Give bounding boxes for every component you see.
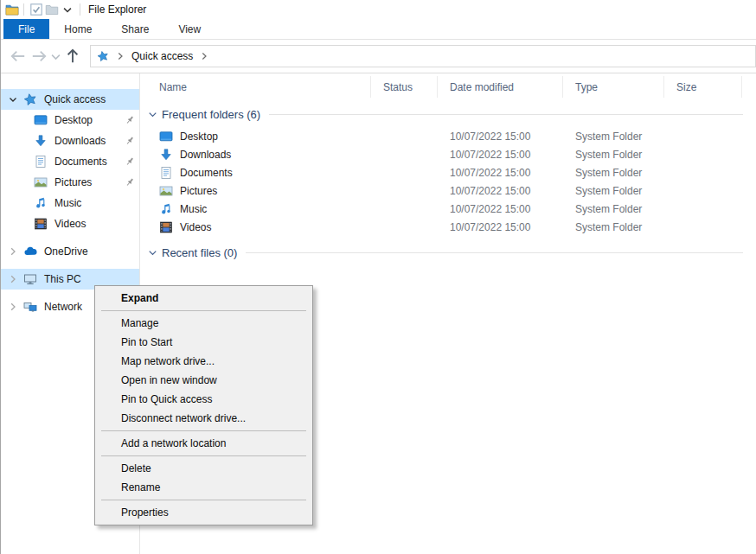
- ribbon-tab-bar: File Home Share View: [1, 19, 756, 40]
- breadcrumb-segment[interactable]: Quick access: [131, 50, 193, 62]
- menu-item-expand[interactable]: Expand: [95, 289, 312, 308]
- sidebar-item-label: Desktop: [54, 114, 93, 126]
- customize-toolbar-chevron-icon[interactable]: [60, 2, 75, 17]
- menu-item-properties[interactable]: Properties: [95, 503, 312, 522]
- menu-separator: [101, 430, 306, 431]
- chevron-right-icon[interactable]: [6, 245, 20, 258]
- file-name: Pictures: [180, 185, 217, 197]
- quick-access-star-icon: [23, 92, 37, 106]
- group-header-recent-files-0[interactable]: Recent files (0): [140, 243, 756, 262]
- sidebar-item-label: This PC: [44, 273, 81, 285]
- file-date-modified: 10/07/2022 15:00: [438, 167, 563, 179]
- videos-icon: [34, 217, 48, 231]
- column-header-status[interactable]: Status: [371, 76, 438, 98]
- downloads-icon: [159, 148, 173, 162]
- file-row-pictures[interactable]: Pictures10/07/2022 15:00System Folder: [140, 181, 756, 200]
- sidebar-item-label: Pictures: [54, 176, 92, 188]
- menu-separator: [101, 310, 306, 311]
- file-type: System Folder: [563, 185, 664, 197]
- sidebar-item-downloads[interactable]: Downloads: [1, 131, 139, 151]
- column-header-label: Type: [575, 81, 598, 93]
- menu-item-delete[interactable]: Delete: [95, 459, 312, 478]
- file-date-modified: 10/07/2022 15:00: [438, 221, 563, 233]
- this-pc-icon: [23, 272, 37, 286]
- column-header-label: Date modified: [450, 81, 514, 93]
- onedrive-icon: [23, 245, 37, 258]
- network-icon: [23, 300, 37, 314]
- properties-check-icon[interactable]: [29, 2, 44, 17]
- group-header-rule: [269, 114, 743, 115]
- sidebar-item-videos[interactable]: Videos: [1, 213, 139, 234]
- window-title: File Explorer: [88, 3, 146, 16]
- documents-icon: [159, 166, 173, 180]
- breadcrumb-chevron-icon[interactable]: [115, 51, 125, 61]
- tab-share[interactable]: Share: [106, 19, 163, 39]
- title-bar: File Explorer: [1, 0, 756, 19]
- tab-home[interactable]: Home: [49, 19, 106, 39]
- sidebar-item-label: Documents: [54, 156, 107, 168]
- column-header-date-modified[interactable]: Date modified: [438, 76, 563, 98]
- pin-icon: [125, 115, 135, 125]
- recent-locations-chevron-icon[interactable]: [49, 46, 62, 67]
- file-row-music[interactable]: Music10/07/2022 15:00System Folder: [140, 200, 756, 218]
- sidebar-item-label: Downloads: [54, 135, 106, 147]
- chevron-right-icon[interactable]: [6, 300, 20, 314]
- sidebar-item-pictures[interactable]: Pictures: [1, 172, 139, 193]
- column-header-type[interactable]: Type: [563, 76, 664, 98]
- file-date-modified: 10/07/2022 15:00: [438, 203, 563, 215]
- file-row-documents[interactable]: Documents10/07/2022 15:00System Folder: [140, 163, 756, 181]
- forward-icon[interactable]: [29, 46, 49, 67]
- sidebar-item-label: Videos: [54, 218, 86, 230]
- tab-view[interactable]: View: [163, 19, 215, 39]
- sidebar-item-music[interactable]: Music: [1, 193, 139, 213]
- menu-item-pin-to-quick-access[interactable]: Pin to Quick access: [95, 390, 312, 409]
- file-name: Desktop: [180, 131, 218, 143]
- sidebar-item-label: OneDrive: [44, 245, 88, 258]
- videos-icon: [159, 220, 173, 234]
- up-icon[interactable]: [62, 46, 83, 67]
- group-header-label: Frequent folders (6): [162, 108, 260, 121]
- pin-icon: [125, 177, 135, 188]
- quick-access-star-icon[interactable]: [97, 50, 109, 62]
- chevron-right-icon[interactable]: [6, 272, 20, 286]
- file-row-downloads[interactable]: Downloads10/07/2022 15:00System Folder: [140, 145, 756, 163]
- chevron-down-icon[interactable]: [146, 108, 159, 121]
- sidebar-item-quick-access[interactable]: Quick access: [1, 89, 139, 110]
- music-icon: [159, 202, 173, 216]
- file-date-modified: 10/07/2022 15:00: [438, 149, 563, 161]
- column-header-name[interactable]: Name: [140, 76, 371, 98]
- documents-icon: [34, 155, 48, 169]
- menu-separator: [101, 500, 306, 500]
- menu-item-pin-to-start[interactable]: Pin to Start: [95, 333, 312, 352]
- sidebar-item-label: Quick access: [44, 93, 106, 105]
- file-row-desktop[interactable]: Desktop10/07/2022 15:00System Folder: [140, 127, 756, 145]
- chevron-down-icon[interactable]: [146, 246, 159, 259]
- sidebar-item-label: Network: [44, 301, 82, 313]
- menu-item-disconnect-network-drive[interactable]: Disconnect network drive...: [95, 409, 312, 428]
- menu-item-manage[interactable]: Manage: [95, 314, 312, 333]
- back-icon[interactable]: [8, 46, 29, 67]
- file-type: System Folder: [563, 203, 664, 215]
- music-icon: [34, 196, 48, 210]
- file-row-videos[interactable]: Videos10/07/2022 15:00System Folder: [140, 218, 756, 236]
- menu-item-map-network-drive[interactable]: Map network drive...: [95, 352, 312, 371]
- sidebar-item-desktop[interactable]: Desktop: [1, 110, 139, 131]
- new-folder-icon[interactable]: [44, 2, 60, 17]
- column-header-size[interactable]: Size: [664, 76, 742, 98]
- menu-item-open-in-new-window[interactable]: Open in new window: [95, 371, 312, 390]
- sidebar-item-onedrive[interactable]: OneDrive: [1, 241, 139, 262]
- file-name: Videos: [180, 221, 211, 233]
- group-header-frequent-folders-6[interactable]: Frequent folders (6): [140, 105, 756, 124]
- menu-item-add-a-network-location[interactable]: Add a network location: [95, 434, 312, 453]
- menu-item-rename[interactable]: Rename: [95, 478, 312, 497]
- pictures-icon: [34, 175, 48, 189]
- chevron-down-icon[interactable]: [6, 92, 20, 106]
- sidebar-item-documents[interactable]: Documents: [1, 151, 139, 172]
- breadcrumb-chevron-icon[interactable]: [199, 51, 209, 61]
- column-header-label: Status: [383, 81, 413, 93]
- tab-file[interactable]: File: [3, 19, 49, 39]
- navigation-bar: Quick access: [1, 40, 756, 73]
- address-bar[interactable]: Quick access: [90, 45, 756, 67]
- explorer-folder-icon[interactable]: [5, 3, 19, 16]
- file-date-modified: 10/07/2022 15:00: [438, 185, 563, 197]
